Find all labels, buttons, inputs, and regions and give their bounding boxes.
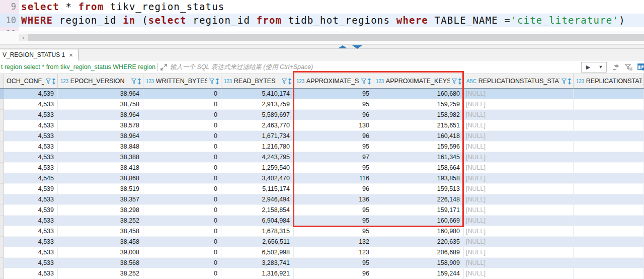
table-cell[interactable]: 38,418 [58, 163, 143, 173]
table-cell[interactable]: 0 [143, 226, 221, 237]
sort-icon[interactable] [458, 78, 462, 85]
table-row[interactable]: 4,53938,29802,158,85495159,171[NULL] [0, 205, 644, 216]
table-cell[interactable]: 4,533 [4, 216, 58, 226]
row-header[interactable] [0, 205, 4, 216]
table-cell[interactable]: 0 [143, 89, 221, 99]
filter-icon[interactable] [131, 79, 136, 84]
table-cell[interactable]: 95 [294, 99, 373, 110]
table-cell[interactable]: [NULL] [464, 205, 574, 216]
table-cell[interactable]: 159,596 [373, 142, 464, 152]
grid-settings-icon[interactable] [637, 62, 644, 72]
table-cell[interactable] [574, 89, 644, 99]
table-cell[interactable]: 95 [294, 142, 373, 152]
table-cell[interactable]: 159,171 [373, 205, 464, 216]
table-row[interactable]: 4,54538,86803,402,470116193,858[NULL] [0, 173, 644, 184]
sort-icon[interactable] [52, 78, 56, 85]
table-cell[interactable] [574, 173, 644, 184]
table-cell[interactable]: 95 [294, 258, 373, 268]
table-cell[interactable]: [NULL] [464, 216, 574, 226]
table-cell[interactable]: 4,533 [4, 163, 58, 173]
table-row[interactable]: 4,53938,51905,115,17496159,513[NULL] [0, 184, 644, 194]
table-cell[interactable]: [NULL] [464, 89, 574, 99]
row-header[interactable] [0, 110, 4, 120]
table-cell[interactable]: [NULL] [464, 99, 574, 110]
table-cell[interactable]: 38,568 [58, 258, 143, 268]
table-cell[interactable] [574, 152, 644, 163]
table-cell[interactable] [574, 194, 644, 205]
table-cell[interactable]: 0 [143, 216, 221, 226]
table-cell[interactable] [574, 216, 644, 226]
table-cell[interactable]: [NULL] [464, 110, 574, 120]
table-cell[interactable]: 2,913,759 [221, 99, 294, 110]
row-header[interactable] [0, 120, 4, 131]
table-cell[interactable]: 158,664 [373, 163, 464, 173]
table-cell[interactable]: 96 [294, 110, 373, 120]
table-cell[interactable]: 38,388 [58, 152, 143, 163]
sort-icon[interactable] [137, 78, 141, 85]
table-row[interactable]: 4,53338,45801,678,31595160,980[NULL] [0, 226, 644, 237]
table-cell[interactable]: 0 [143, 152, 221, 163]
table-row[interactable]: 4,53338,96405,589,69796158,982[NULL] [0, 110, 644, 120]
sash-collapse-up-icon[interactable] [338, 45, 347, 48]
custom-filter-icon[interactable] [624, 62, 633, 72]
table-cell[interactable]: 4,539 [4, 184, 58, 194]
table-row[interactable]: 4,53338,56803,283,74195158,909[NULL] [0, 258, 644, 268]
table-cell[interactable]: 97 [294, 152, 373, 163]
filter-icon[interactable] [209, 79, 214, 84]
table-cell[interactable]: 116 [294, 173, 373, 184]
table-cell[interactable]: 160,980 [373, 226, 464, 237]
table-cell[interactable]: 38,964 [58, 131, 143, 142]
filter-icon[interactable] [282, 79, 287, 84]
table-cell[interactable]: 4,539 [4, 89, 58, 99]
table-cell[interactable]: 6,502,998 [221, 247, 294, 258]
column-header[interactable]: ABCREPLICATIONSTATUS_STATE [464, 74, 574, 88]
table-cell[interactable]: 1,678,315 [221, 226, 294, 237]
table-cell[interactable] [574, 142, 644, 152]
table-cell[interactable]: [NULL] [464, 258, 574, 268]
filter-icon[interactable] [46, 79, 51, 84]
row-header[interactable] [0, 131, 4, 142]
table-cell[interactable]: 4,533 [4, 131, 58, 142]
table-row[interactable]: 4,53339,00806,502,998123206,689[NULL] [0, 247, 644, 258]
table-cell[interactable] [574, 184, 644, 194]
table-cell[interactable]: 160,680 [373, 89, 464, 99]
table-cell[interactable]: 96 [294, 184, 373, 194]
table-cell[interactable]: 0 [143, 131, 221, 142]
table-cell[interactable]: 39,008 [58, 247, 143, 258]
table-row[interactable]: 4,53338,25206,904,98495160,669[NULL] [0, 216, 644, 226]
column-header[interactable]: 123EPOCH_VERSION [58, 74, 143, 88]
table-cell[interactable]: 5,115,174 [221, 184, 294, 194]
table-cell[interactable]: 159,513 [373, 184, 464, 194]
table-cell[interactable] [574, 205, 644, 216]
table-cell[interactable]: 0 [143, 205, 221, 216]
row-header[interactable] [0, 142, 4, 152]
table-cell[interactable]: 1,259,540 [221, 163, 294, 173]
column-header[interactable]: 123WRITTEN_BYTES [143, 74, 221, 88]
table-cell[interactable]: 2,656,511 [221, 237, 294, 247]
table-row[interactable]: 4,53338,57802,463,770130215,651[NULL] [0, 120, 644, 131]
code-line[interactable]: 11 [0, 27, 644, 31]
table-cell[interactable] [574, 247, 644, 258]
row-header[interactable] [0, 163, 4, 173]
table-cell[interactable] [574, 226, 644, 237]
row-header[interactable] [0, 247, 4, 258]
table-cell[interactable]: 0 [143, 142, 221, 152]
column-header[interactable]: 123READ_BYTES [221, 74, 294, 88]
table-cell[interactable]: 38,458 [58, 226, 143, 237]
row-header[interactable] [0, 226, 4, 237]
table-row[interactable]: 4,53338,25201,316,92196159,244[NULL] [0, 268, 644, 279]
table-cell[interactable] [574, 258, 644, 268]
table-cell[interactable]: [NULL] [464, 247, 574, 258]
table-cell[interactable] [574, 237, 644, 247]
table-cell[interactable]: 4,533 [4, 99, 58, 110]
sql-editor[interactable]: 9select * from tikv_region_status10WHERE… [0, 0, 644, 31]
table-row[interactable]: 4,53338,96401,671,73496160,418[NULL] [0, 131, 644, 142]
table-cell[interactable]: 161,345 [373, 152, 464, 163]
table-cell[interactable]: 132 [294, 237, 373, 247]
table-cell[interactable]: 95 [294, 205, 373, 216]
table-cell[interactable]: 38,519 [58, 184, 143, 194]
table-cell[interactable]: 130 [294, 120, 373, 131]
row-header[interactable] [0, 173, 4, 184]
table-cell[interactable]: 1,671,734 [221, 131, 294, 142]
filter-input[interactable]: 输入一个 SQL 表达式来过滤结果 (使用 Ctrl+Space) [170, 63, 581, 72]
